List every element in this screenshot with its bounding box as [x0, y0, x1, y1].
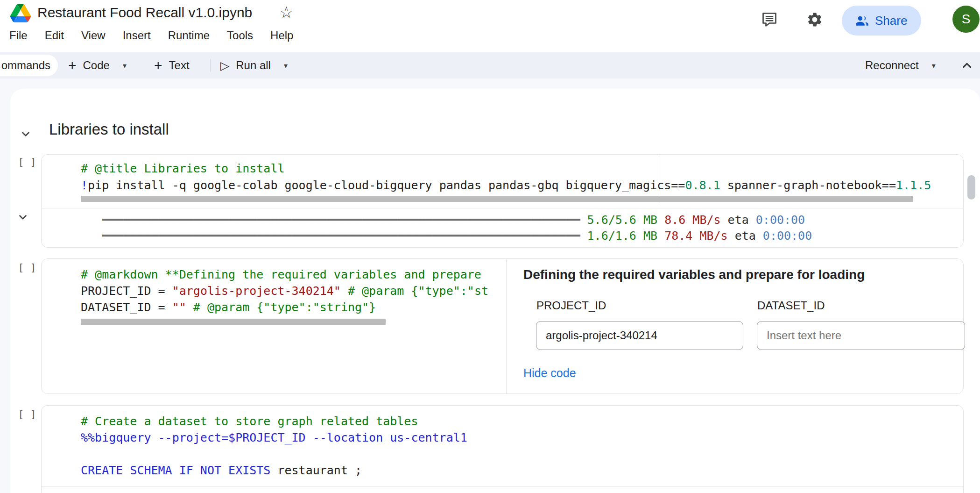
run-all-button[interactable]: ▷ Run all ▾ [220, 52, 288, 79]
code-line: ━━━━━━━━━━━━━━━━━━━━━━━━━━━━━━━━━━━━━━━━… [102, 212, 963, 228]
form-field-label: DATASET_ID [757, 299, 825, 312]
app-header: Restaurant Food Recall v1.0.ipynb ☆ File… [0, 0, 980, 52]
code-line: %%bigquery --project=$PROJECT_ID --locat… [81, 429, 963, 446]
add-code-button[interactable]: + Code ▾ [68, 52, 127, 79]
code-line: DATASET_ID = "" # @param {"type":"string… [81, 299, 506, 315]
reconnect-dropdown-icon[interactable]: ▾ [932, 61, 936, 70]
section-title: Libraries to install [49, 121, 169, 138]
code-line: ━━━━━━━━━━━━━━━━━━━━━━━━━━━━━━━━━━━━━━━━… [102, 228, 963, 244]
notebook-card: Libraries to install [ ] [ ] [ ] # @titl… [10, 89, 980, 493]
code-cell-variables: # @markdown **Defining the required vari… [41, 258, 964, 394]
project-id-input[interactable] [536, 321, 743, 350]
menu-item-edit[interactable]: Edit [45, 29, 64, 42]
plus-icon: + [68, 58, 77, 72]
add-text-button[interactable]: + Text [154, 52, 190, 79]
notebook-title[interactable]: Restaurant Food Recall v1.0.ipynb [37, 5, 252, 21]
share-people-icon [854, 13, 869, 28]
share-label: Share [875, 14, 907, 28]
code-line: !pip install -q google-colab google-clou… [81, 177, 963, 194]
horizontal-scrollbar[interactable] [81, 319, 386, 325]
notebook-content: Libraries to install [ ] [ ] [ ] # @titl… [0, 79, 980, 493]
play-icon: ▷ [220, 60, 229, 71]
run-all-label: Run all [236, 59, 271, 72]
form-field-label: PROJECT_ID [536, 299, 606, 312]
cell-run-button[interactable]: [ ] [14, 156, 40, 168]
form-heading: Defining the required variables and prep… [523, 267, 865, 282]
add-code-label: Code [83, 59, 110, 72]
avatar[interactable]: S [952, 6, 980, 33]
add-code-dropdown-icon[interactable]: ▾ [123, 61, 127, 70]
reconnect-label: Reconnect [865, 59, 919, 72]
reconnect-button[interactable]: Reconnect ▾ [865, 52, 936, 79]
code-editor[interactable]: # @title Libraries to install!pip instal… [42, 155, 963, 194]
comments-icon[interactable] [761, 11, 778, 28]
menu-item-help[interactable]: Help [270, 29, 293, 42]
toolbar-divider [210, 59, 211, 72]
code-line: # @title Libraries to install [81, 160, 963, 177]
add-text-label: Text [169, 59, 190, 72]
code-editor[interactable]: # Create a dataset to store graph relate… [42, 406, 963, 479]
collapse-toolbar-icon[interactable] [960, 58, 974, 72]
colab-app: Restaurant Food Recall v1.0.ipynb ☆ File… [0, 0, 980, 493]
code-cell-install: # @title Libraries to install!pip instal… [41, 154, 964, 248]
code-editor[interactable]: # @markdown **Defining the required vari… [42, 259, 506, 315]
code-line: # Create a dataset to store graph relate… [81, 413, 963, 429]
settings-gear-icon[interactable] [806, 11, 823, 28]
notebook-toolbar: ommands + Code ▾ + Text ▷ Run all ▾ Reco… [0, 52, 980, 79]
code-line: PROJECT_ID = "argolis-project-340214" # … [81, 283, 506, 299]
commands-button[interactable]: ommands [0, 55, 58, 76]
run-all-dropdown-icon[interactable]: ▾ [284, 61, 288, 70]
dataset-id-input[interactable] [757, 321, 965, 350]
cell-run-button[interactable]: [ ] [14, 262, 40, 273]
code-line [81, 446, 963, 462]
star-icon[interactable]: ☆ [279, 3, 293, 21]
code-cell-create-schema: # Create a dataset to store graph relate… [41, 405, 964, 493]
code-line: CREATE SCHEMA IF NOT EXISTS restaurant ; [81, 462, 963, 479]
hide-code-link[interactable]: Hide code [523, 366, 576, 380]
menu-item-runtime[interactable]: Runtime [168, 29, 210, 42]
code-line: # @markdown **Defining the required vari… [81, 266, 506, 283]
menu-item-view[interactable]: View [81, 29, 106, 42]
cell-section-divider [42, 486, 963, 487]
plus-icon: + [154, 58, 162, 72]
menu-item-tools[interactable]: Tools [227, 29, 253, 42]
drive-logo-icon [10, 4, 31, 22]
params-form: Defining the required variables and prep… [507, 259, 963, 393]
output-collapse-icon[interactable] [17, 211, 29, 223]
menu-item-file[interactable]: File [9, 29, 28, 42]
vertical-scrollbar-thumb[interactable] [967, 175, 975, 200]
share-button[interactable]: Share [842, 6, 921, 36]
horizontal-scrollbar[interactable] [81, 196, 913, 202]
menubar: File Edit View Insert Runtime Tools Help [9, 29, 293, 42]
menu-item-insert[interactable]: Insert [123, 29, 151, 42]
section-collapse-icon[interactable] [20, 128, 32, 140]
cell-run-button[interactable]: [ ] [14, 408, 40, 420]
cell-output: ━━━━━━━━━━━━━━━━━━━━━━━━━━━━━━━━━━━━━━━━… [42, 208, 963, 247]
